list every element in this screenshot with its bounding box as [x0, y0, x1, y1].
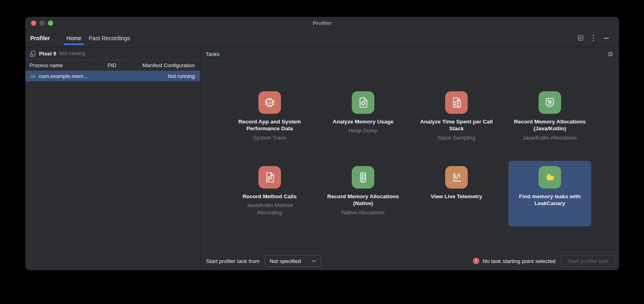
column-process-name[interactable]: Process name — [25, 60, 96, 70]
task-grid: Record App and System Performance Data S… — [200, 61, 619, 251]
warning-text: No task starting point selected — [483, 258, 555, 264]
active-tab-underline — [64, 43, 84, 45]
process-row[interactable]: com.example.mem... Not running — [25, 71, 200, 81]
task-card-leakcanary[interactable]: Find memory leaks with LeakCanary — [508, 161, 591, 226]
dock-window-icon[interactable] — [576, 33, 585, 43]
titlebar: Profiler — [25, 17, 619, 29]
telemetry-chart-icon — [445, 166, 468, 189]
process-table-header: Process name PID Manifest Configuration — [25, 60, 200, 71]
tab-past-recordings-label: Past Recordings — [89, 35, 130, 41]
task-subtitle: Heap Dump — [349, 127, 378, 134]
canary-bird-icon — [539, 166, 561, 189]
task-grid-row-1: Record App and System Performance Data S… — [228, 86, 591, 152]
task-title: Record Memory Allocations (Native) — [325, 193, 401, 207]
document-chip-icon — [352, 91, 374, 114]
process-manifest-status: Not running — [168, 73, 195, 79]
task-subtitle: Java/Kotlin Allocations — [523, 134, 577, 142]
tab-home-label: Home — [66, 35, 81, 41]
main-content: Pixel 9 Not running Process name PID Man… — [25, 47, 619, 270]
start-from-label: Start profiler task from — [206, 258, 260, 264]
document-callstack-icon — [445, 91, 468, 114]
error-icon — [473, 258, 479, 264]
task-subtitle: System Trace — [253, 134, 287, 142]
processes-panel: Pixel 9 Not running Process name PID Man… — [25, 47, 200, 270]
tab-bar: Profiler Home Past Recordings — [25, 29, 619, 47]
footer-bar: Start profiler task from Not specified N… — [200, 251, 619, 270]
tasks-panel: Tasks — [200, 47, 619, 270]
task-title: Find memory leaks with LeakCanary — [512, 193, 588, 207]
task-title: View Live Telemetry — [431, 193, 482, 200]
task-card-method-recording[interactable]: Record Method Calls Java/Kotlin Method R… — [228, 161, 311, 226]
screen-allocations-icon — [539, 91, 561, 114]
task-title: Analyze Memory Usage — [333, 118, 394, 125]
start-profiler-task-button[interactable]: Start profiler task — [561, 255, 615, 267]
minimize-toolwindow-icon[interactable] — [601, 33, 611, 43]
kebab-menu-icon[interactable] — [588, 33, 598, 43]
task-title: Record App and System Performance Data — [231, 118, 308, 133]
task-title: Record Method Calls — [243, 193, 297, 200]
document-callgraph-icon — [258, 166, 281, 189]
task-card-stack-sampling[interactable]: Analyze Time Spent per Call Stack Stack … — [415, 86, 498, 152]
window-title: Profiler — [25, 20, 619, 26]
tasks-header: Tasks — [200, 47, 619, 61]
task-card-java-kotlin-allocations[interactable]: Record Memory Allocations (Java/Kotlin) … — [508, 86, 591, 152]
task-card-heap-dump[interactable]: Analyze Memory Usage Heap Dump — [322, 86, 405, 152]
tab-past-recordings[interactable]: Past Recordings — [85, 29, 134, 47]
device-phone-icon — [29, 50, 36, 57]
device-name: Pixel 9 — [39, 51, 56, 57]
task-card-live-telemetry[interactable]: View Live Telemetry — [415, 161, 498, 226]
android-robot-icon — [30, 73, 36, 79]
process-name: com.example.mem... — [39, 73, 88, 79]
start-point-dropdown[interactable]: Not specified — [264, 255, 321, 267]
device-status: Not running — [59, 51, 85, 56]
column-manifest-configuration[interactable]: Manifest Configuration — [120, 62, 200, 68]
column-pid[interactable]: PID — [96, 60, 120, 70]
device-header[interactable]: Pixel 9 Not running — [25, 47, 200, 60]
task-subtitle: Java/Kotlin Method Recording — [235, 202, 304, 216]
task-title: Record Memory Allocations (Java/Kotlin) — [512, 118, 588, 133]
profiler-window: Profiler Profiler Home Past Recordings — [25, 17, 619, 270]
task-subtitle: Stack Sampling — [438, 134, 475, 142]
tab-home[interactable]: Home — [63, 29, 85, 47]
task-subtitle: Native Allocations — [342, 209, 385, 216]
tool-window-label: Profiler — [30, 35, 50, 41]
task-title: Analyze Time Spent per Call Stack — [418, 118, 495, 133]
chip-chart-icon — [258, 91, 281, 114]
tasks-title: Tasks — [206, 51, 220, 57]
chevron-down-icon — [312, 260, 316, 263]
dropdown-value: Not specified — [270, 258, 301, 264]
task-card-system-trace[interactable]: Record App and System Performance Data S… — [228, 86, 311, 152]
task-grid-row-2: Record Method Calls Java/Kotlin Method R… — [228, 161, 591, 226]
task-card-native-allocations[interactable]: Record Memory Allocations (Native) Nativ… — [322, 161, 405, 226]
gear-icon[interactable] — [607, 51, 614, 58]
ram-icon — [352, 166, 374, 189]
